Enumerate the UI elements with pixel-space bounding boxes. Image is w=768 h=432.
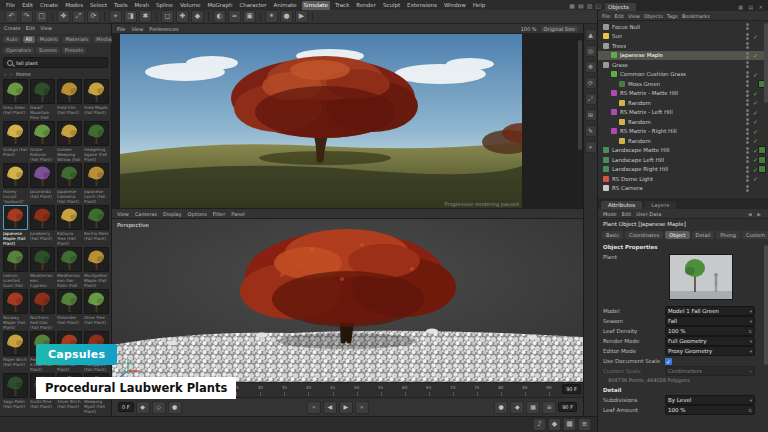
asset-search-input[interactable]: fall plant [3,57,108,68]
simulate-icon[interactable]: ≈ [228,10,241,23]
object-row-rs-matrix-right-hill[interactable]: RS Matrix - Right Hill ✓ [598,127,768,137]
enabled-check-icon[interactable]: ✓ [753,33,758,40]
enabled-check-icon[interactable]: ✓ [753,175,758,182]
autokey-icon[interactable]: ● [494,401,508,414]
asset-item-oleander-fall-plant[interactable]: Oleander (Fall Plant) [57,289,82,330]
enabled-check-icon[interactable]: ✓ [753,90,758,97]
visibility-dots-icon[interactable] [746,156,749,163]
viewport-label[interactable]: Perspective [117,222,149,228]
asset-item-olive-tree-fall-plant[interactable]: Olive Tree (Fall Plant) [84,289,109,330]
mode-edit[interactable]: Edit [622,211,632,217]
start-frame-field[interactable]: 0 F [118,402,134,412]
goto-start-icon[interactable]: « [307,401,321,414]
visibility-dots-icon[interactable] [746,52,749,59]
menu-edit[interactable]: Edit [20,1,35,10]
attributes-scrollbar[interactable] [764,245,768,365]
menu-help[interactable]: Help [471,1,488,10]
objects-tab-icons[interactable]: ▦ ▤ ✕ [738,4,765,11]
undo-icon[interactable]: ↶ [5,10,18,23]
menu-window[interactable]: Window [442,1,468,10]
object-row-random[interactable]: Random ✓ [598,117,768,127]
enabled-check-icon[interactable]: ✓ [753,99,758,106]
menu-render[interactable]: Render [354,1,378,10]
visibility-dots-icon[interactable] [746,42,749,49]
menu-icon[interactable]: ≡ [542,401,556,414]
cube-primitive-icon[interactable]: ◻ [161,10,174,23]
vp-menu-filter[interactable]: Filter [213,211,225,217]
asset-item-japanese-maple-fall-plant[interactable]: Japanese Maple (Fall Plant) [3,205,28,246]
menu-volume[interactable]: Volume [178,1,202,10]
viewport-3d[interactable]: Perspective [112,219,583,382]
pv-menu-view[interactable]: View [131,26,143,32]
fields-icon[interactable]: ◐ [213,10,226,23]
object-row-trees[interactable]: Trees [598,41,768,51]
visibility-dots-icon[interactable] [746,80,749,87]
end-frame-field[interactable]: 90 F [558,402,577,412]
menu-modes[interactable]: Modes [63,1,85,10]
visibility-dots-icon[interactable] [746,118,749,125]
objtab-detail[interactable]: Detail [692,231,715,239]
custom-button[interactable]: Custom [742,231,768,239]
select-icon[interactable]: ▢ [35,10,48,23]
asset-tab-models[interactable]: Models [37,36,61,43]
objtab-basic[interactable]: Basic [602,231,623,239]
enabled-check-icon[interactable]: ✓ [753,118,758,125]
visibility-dots-icon[interactable] [746,33,749,40]
asset-tab-operators[interactable]: Operators [3,47,34,54]
material-swatch-icon[interactable] [758,146,766,154]
visibility-dots-icon[interactable] [746,128,749,135]
rotate-tool-icon[interactable]: ⟳ [585,77,597,89]
objects-menu-bookmarks[interactable]: Bookmarks [682,13,710,19]
editor-mode-dropdown[interactable]: Proxy Geometry ▾ [665,346,755,356]
asset-item-norway-maple-fall-plant[interactable]: Norway Maple (Fall Plant) [3,289,28,330]
render-settings-icon[interactable]: ✱ [139,10,152,23]
leaf-density-field[interactable]: 100 % ⇅ [665,326,755,336]
menu-tools[interactable]: Tools [112,1,130,10]
asset-item-globe-robinia-fall-plant[interactable]: Globe Robinia (Fall Plant) [30,121,55,162]
rotate-icon[interactable]: ⟳ [87,10,100,23]
object-row-grass[interactable]: Grass [598,60,768,70]
asset-item-paper-birch-fall-plant[interactable]: Paper Birch (Fall Plant) [3,331,28,372]
key-hollow-icon[interactable]: ◇ [152,401,166,414]
timeline-options-icon[interactable]: ▦ [526,401,540,414]
menu-file[interactable]: File [4,1,17,10]
tab-objects[interactable]: Objects [601,3,636,11]
menu-create[interactable]: Create [38,1,60,10]
asset-tab-materials[interactable]: Materials [62,36,91,43]
keyframe-icon[interactable]: ◆ [136,401,150,414]
object-row-moss-green[interactable]: Moss Green [598,79,768,89]
layout-grid-icon[interactable]: ▦ [569,2,575,9]
keyframe-selection-icon[interactable]: ◆ [510,401,524,414]
options-grid-icon[interactable]: ▦ [563,418,576,431]
visibility-dots-icon[interactable] [746,71,749,78]
breadcrumb[interactable]: Home [16,71,31,77]
asset-tab-presets[interactable]: Presets [62,47,86,54]
object-row-rs-camera[interactable]: RS Camera [598,184,768,194]
visibility-dots-icon[interactable] [746,175,749,182]
leaf-amount-field[interactable]: 100 % ⇅ [665,405,755,415]
sound-icon[interactable]: ♪ [533,418,546,431]
material-swatch-icon[interactable] [758,165,766,173]
vp-menu-cameras[interactable]: Cameras [135,211,157,217]
zoom-level[interactable]: 100 % [521,26,537,32]
tab-layers[interactable]: Layers [644,201,676,209]
visibility-dots-icon[interactable] [746,185,749,192]
objects-menu-edit[interactable]: Edit [614,13,624,19]
use-document-scale-checkbox[interactable]: ✓ [665,358,672,365]
asset-item-japanese-camellia-fall-plant[interactable]: Japanese Camellia (Fall Plant) [57,163,82,204]
axis-icon[interactable]: ⌖ [585,141,597,153]
menu-mograph[interactable]: MoGraph [205,1,234,10]
visibility-dots-icon[interactable] [746,137,749,144]
asset-item-golden-weeping-willow-fall-plant[interactable]: Golden Weeping Willow (Fall Plant) [57,121,82,162]
object-row-random[interactable]: Random ✓ [598,98,768,108]
light-icon[interactable]: ✶ [265,10,278,23]
enabled-check-icon[interactable]: ✓ [753,109,758,116]
menu-select[interactable]: Select [88,1,109,10]
menu-extensions[interactable]: Extensions [405,1,439,10]
asset-item-japanese-larch-fall-plant[interactable]: Japanese Larch (Fall Plant) [84,163,109,204]
objects-scrollbar[interactable] [764,23,768,103]
objects-menu-file[interactable]: File [602,13,610,19]
object-row-random[interactable]: Random ✓ [598,136,768,146]
move-tool-icon[interactable]: ✥ [585,61,597,73]
vp-menu-display[interactable]: Display [163,211,181,217]
